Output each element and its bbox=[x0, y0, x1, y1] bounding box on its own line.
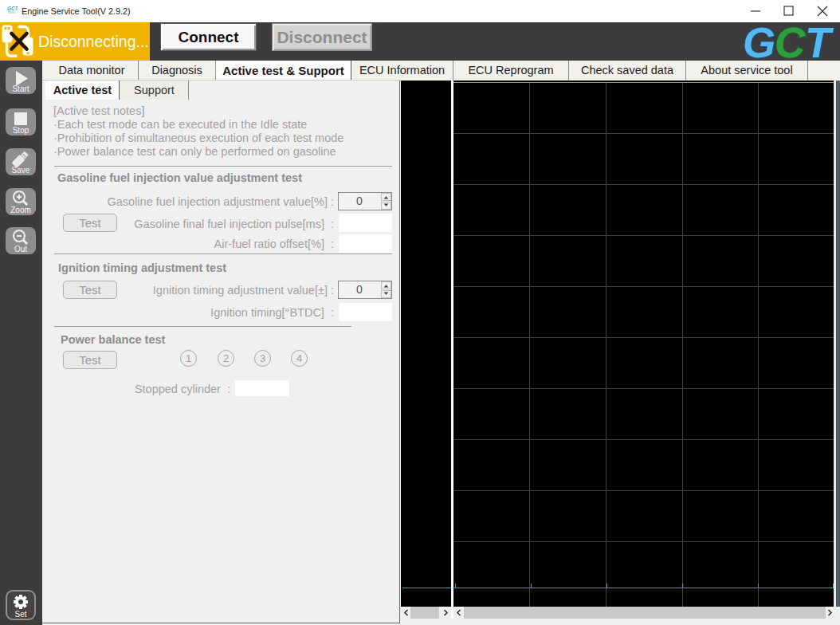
svg-text:Out: Out bbox=[14, 245, 27, 254]
svg-text:Start: Start bbox=[12, 85, 29, 93]
svg-text:Stop: Stop bbox=[13, 126, 29, 135]
svg-text:Save: Save bbox=[12, 166, 30, 175]
svg-text:GCT: GCT bbox=[7, 6, 18, 11]
svg-text:T: T bbox=[805, 22, 834, 61]
svg-text:C: C bbox=[775, 22, 806, 61]
svg-text:Zoom: Zoom bbox=[10, 206, 31, 214]
svg-text:G: G bbox=[743, 22, 775, 61]
svg-text:Set: Set bbox=[14, 610, 26, 619]
